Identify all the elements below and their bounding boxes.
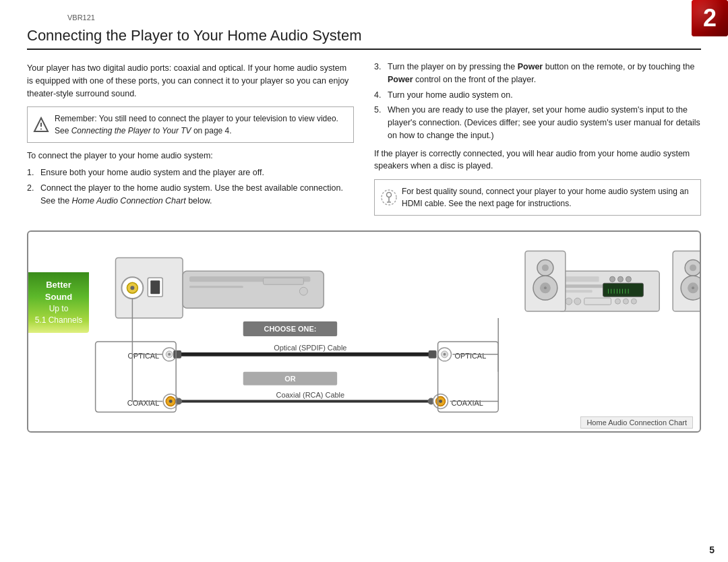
warning-icon <box>33 117 49 133</box>
tip-box: For best quality sound, connect your pla… <box>374 179 701 216</box>
svg-point-57 <box>444 353 446 356</box>
steps-list: 1. Ensure both your home audio system an… <box>27 166 354 207</box>
svg-rect-29 <box>584 298 611 305</box>
svg-point-73 <box>439 400 442 403</box>
step-3: 3. Turn the player on by pressing the Po… <box>374 61 701 86</box>
badge-better: Better <box>32 279 85 291</box>
badge-channels: 5.1 Channels <box>32 315 85 326</box>
green-badge: Better Sound Up to 5.1 Channels <box>28 272 89 333</box>
step-2-num: 2. <box>27 182 34 195</box>
badge-upto: Up to <box>32 303 85 315</box>
svg-point-24 <box>626 276 631 282</box>
step-1-text: Ensure both your home audio system and t… <box>40 168 264 177</box>
tip-icon <box>380 189 398 206</box>
step-4: 4. Turn your home audio system on. <box>374 89 701 102</box>
step-5: 5. When you are ready to use the player,… <box>374 104 701 142</box>
top-header: VBR121 2 <box>27 13 701 22</box>
svg-point-22 <box>610 276 615 282</box>
model-number: VBR121 <box>67 13 95 22</box>
svg-rect-12 <box>150 280 160 294</box>
svg-point-38 <box>544 286 547 289</box>
step-2-text: Connect the player to the home audio sys… <box>40 183 343 206</box>
svg-text:OPTICAL: OPTICAL <box>454 352 486 360</box>
svg-text:OR: OR <box>284 375 296 383</box>
svg-text:CHOOSE ONE:: CHOOSE ONE: <box>264 325 317 333</box>
svg-point-31 <box>623 299 628 304</box>
player-body <box>183 271 324 308</box>
right-speaker <box>673 251 700 311</box>
player-back-panel <box>115 257 183 318</box>
svg-rect-52 <box>173 350 181 358</box>
svg-point-27 <box>566 298 572 305</box>
svg-rect-19 <box>566 276 599 282</box>
intro-text: Your player has two digital audio ports:… <box>27 62 354 100</box>
left-column: Your player has two digital audio ports:… <box>27 58 354 222</box>
svg-text:Coaxial (RCA) Cable: Coaxial (RCA) Cable <box>276 391 345 399</box>
step-3-text: Turn the player on by pressing the Power… <box>388 62 694 84</box>
if-connected-text: If the player is correctly connected, yo… <box>374 148 701 173</box>
tip-text: For best quality sound, connect your pla… <box>402 185 694 210</box>
step-4-text: Turn your home audio system on. <box>388 90 513 100</box>
svg-point-32 <box>631 299 636 304</box>
svg-point-4 <box>387 193 392 197</box>
step-5-text: When you are ready to use the player, se… <box>388 105 700 140</box>
svg-point-41 <box>690 264 696 271</box>
svg-point-23 <box>617 276 623 282</box>
warning-text: Remember: You still need to connect the … <box>55 113 346 137</box>
svg-point-30 <box>615 299 621 304</box>
right-column: 3. Turn the player on by pressing the Po… <box>374 58 701 222</box>
svg-point-35 <box>542 264 549 271</box>
left-speaker <box>525 251 566 311</box>
step-1: 1. Ensure both your home audio system an… <box>27 166 354 179</box>
right-steps-list: 3. Turn the player on by pressing the Po… <box>374 61 701 142</box>
badge-sound: Sound <box>32 291 85 303</box>
svg-point-50 <box>168 353 171 356</box>
svg-rect-53 <box>429 350 437 358</box>
chart-label: Home Audio Connection Chart <box>580 416 693 429</box>
svg-text:COAXIAL: COAXIAL <box>451 399 483 407</box>
diagram-area: Better Sound Up to 5.1 Channels <box>27 230 701 433</box>
svg-point-10 <box>130 286 134 290</box>
warning-box: Remember: You still need to connect the … <box>27 106 354 143</box>
svg-point-16 <box>299 287 307 295</box>
chapter-number: 2 <box>703 4 717 32</box>
to-connect-text: To connect the player to your home audio… <box>27 150 354 162</box>
svg-point-28 <box>574 298 581 305</box>
svg-text:Optical (SPDIF) Cable: Optical (SPDIF) Cable <box>274 344 346 352</box>
two-col-layout: Your player has two digital audio ports:… <box>27 58 701 222</box>
svg-point-66 <box>169 400 173 403</box>
connection-diagram: |||||||| <box>28 232 700 431</box>
page-title: Connecting the Player to Your Home Audio… <box>27 27 701 50</box>
svg-rect-21 <box>566 290 593 292</box>
stereo-system: |||||||| <box>559 271 659 311</box>
chapter-badge: 2 <box>692 0 728 36</box>
step-1-num: 1. <box>27 166 34 179</box>
svg-point-44 <box>692 286 694 289</box>
svg-rect-17 <box>189 286 243 288</box>
svg-text:||||||||: |||||||| <box>607 288 630 294</box>
step-2: 2. Connect the player to the home audio … <box>27 182 354 208</box>
svg-rect-15 <box>264 278 304 284</box>
svg-point-2 <box>40 129 42 130</box>
page-number: 5 <box>709 544 715 555</box>
